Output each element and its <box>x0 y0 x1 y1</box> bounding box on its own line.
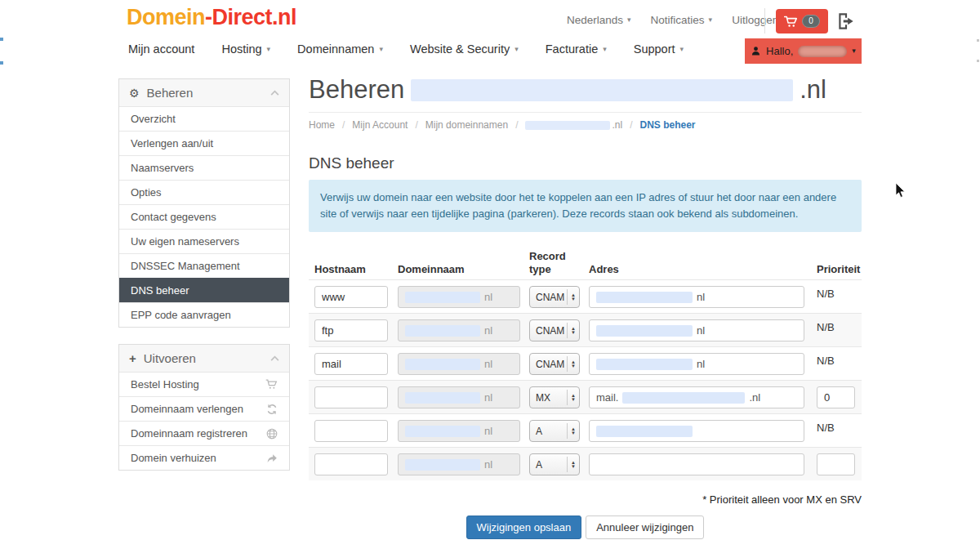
breadcrumb-home[interactable]: Home <box>309 119 335 131</box>
nav-hosting[interactable]: Hosting ▾ <box>221 42 270 56</box>
user-menu-button[interactable]: Hallo, ▾ <box>745 38 862 64</box>
sidebar-item-domeinnaam-registreren[interactable]: Domeinnaam registreren <box>119 421 289 445</box>
hostnaam-input[interactable] <box>314 453 388 475</box>
prioriteit-value: N/B <box>817 422 835 434</box>
col-header-hostnaam: Hostnaam <box>314 263 388 275</box>
caret-down-icon: ▾ <box>709 16 713 24</box>
nav-facturatie[interactable]: Facturatie ▾ <box>546 42 607 56</box>
breadcrumb-domain[interactable]: .nl <box>525 119 622 131</box>
cancel-button[interactable]: Annuleer wijzigingen <box>586 516 704 539</box>
sidebar-item-epp-code[interactable]: EPP code aanvragen <box>119 302 289 327</box>
hostnaam-input[interactable] <box>314 420 388 442</box>
adres-redacted <box>596 426 693 437</box>
brand-logo[interactable]: Domein-Direct.nl <box>127 5 296 30</box>
nav-label: Hosting <box>221 42 261 56</box>
prioriteit-value: N/B <box>817 288 835 300</box>
breadcrumb-mijn-account[interactable]: Mijn Account <box>352 119 408 131</box>
domeinnaam-field: nl <box>398 319 520 341</box>
caret-down-icon: ▾ <box>680 46 684 53</box>
username-redacted <box>798 46 847 57</box>
chevron-up-icon <box>270 355 279 361</box>
globe-icon <box>266 428 278 440</box>
nav-website-security[interactable]: Website & Security ▾ <box>410 42 519 56</box>
domain-redacted <box>405 426 480 437</box>
adres-input[interactable]: nl <box>589 353 804 375</box>
record-type-select[interactable]: A▲▼ <box>529 420 580 442</box>
prioriteit-input[interactable] <box>817 386 855 408</box>
adres-input[interactable]: nl <box>589 319 804 341</box>
sidebar-item-dnssec[interactable]: DNSSEC Management <box>119 253 289 278</box>
domeinnaam-field: nl <box>398 353 520 375</box>
sidebar-item-domeinnaam-verlengen[interactable]: Domeinnaam verlengen <box>119 396 289 421</box>
hostnaam-input[interactable] <box>314 286 388 308</box>
domain-redacted <box>405 325 480 337</box>
logout-link[interactable]: Uitloggen <box>732 14 778 26</box>
topbar-divider <box>764 8 765 33</box>
topbar-links: Nederlands ▾ Notificaties ▾ Uitloggen <box>567 14 778 26</box>
sidebar-item-bestel-hosting[interactable]: Bestel Hosting <box>119 372 289 396</box>
table-row: nl CNAM▲▼ nl N/B <box>309 313 862 346</box>
prioriteit-input[interactable] <box>817 453 855 475</box>
logout-icon[interactable] <box>835 11 857 32</box>
record-type-select[interactable]: CNAM▲▼ <box>529 353 580 375</box>
plus-icon: + <box>129 351 136 365</box>
sidebar-item-overzicht[interactable]: Overzicht <box>119 106 289 131</box>
cart-count-badge: 0 <box>802 15 820 28</box>
adres-input[interactable] <box>589 420 804 442</box>
caret-down-icon: ▾ <box>603 46 607 53</box>
language-selector[interactable]: Nederlands ▾ <box>567 14 631 26</box>
prioriteit-value: N/B <box>817 355 835 367</box>
caret-down-icon: ▾ <box>627 16 631 24</box>
select-stepper-icon: ▲▼ <box>567 323 576 338</box>
page-title-prefix: Beheren <box>309 75 404 105</box>
sidebar: ⚙ Beheren Overzicht Verlengen aan/uit Na… <box>118 78 290 471</box>
hostnaam-input[interactable] <box>314 386 388 408</box>
domeinnaam-field: nl <box>398 286 520 308</box>
prioriteit-value: N/B <box>817 321 835 333</box>
nav-support[interactable]: Support ▾ <box>634 42 684 56</box>
sidebar-item-verlengen[interactable]: Verlengen aan/uit <box>119 131 289 155</box>
record-type-select[interactable]: MX▲▼ <box>529 386 580 408</box>
breadcrumb: Home / Mijn Account / Mijn domeinnamen /… <box>309 119 862 131</box>
greeting-label: Hallo, <box>766 45 793 57</box>
sidebar-uitvoeren-header[interactable]: + Uitvoeren <box>119 345 289 372</box>
sidebar-item-contact-gegevens[interactable]: Contact gegevens <box>119 204 289 229</box>
hostnaam-input[interactable] <box>314 319 388 341</box>
table-row: nl CNAM▲▼ nl N/B <box>309 346 862 380</box>
nav-domeinnamen[interactable]: Domeinnamen ▾ <box>297 42 383 56</box>
col-header-domeinnaam: Domeinnaam <box>398 263 520 275</box>
adres-input[interactable] <box>589 453 804 475</box>
save-button[interactable]: Wijzigingen opslaan <box>466 516 582 539</box>
brand-logo-part1: Domein <box>127 5 205 29</box>
sidebar-item-naamservers[interactable]: Naamservers <box>119 155 289 180</box>
domain-redacted <box>405 292 480 303</box>
breadcrumb-mijn-domeinnamen[interactable]: Mijn domeinnamen <box>425 119 508 131</box>
caret-down-icon: ▾ <box>379 46 383 53</box>
sidebar-beheren-panel: ⚙ Beheren Overzicht Verlengen aan/uit Na… <box>118 78 290 328</box>
caret-down-icon: ▾ <box>267 46 271 53</box>
cart-icon <box>265 379 278 390</box>
sidebar-item-opties[interactable]: Opties <box>119 180 289 204</box>
form-actions: Wijzigingen opslaan Annuleer wijzigingen <box>309 516 862 539</box>
main-content: Beheren .nl Home / Mijn Account / Mijn d… <box>309 75 862 539</box>
adres-input[interactable]: mail..nl <box>589 386 804 408</box>
sidebar-beheren-header[interactable]: ⚙ Beheren <box>119 79 289 106</box>
sidebar-item-domein-verhuizen[interactable]: Domein verhuizen <box>119 445 289 470</box>
sidebar-beheren-title: Beheren <box>147 86 263 100</box>
record-type-select[interactable]: A▲▼ <box>529 453 580 475</box>
record-type-select[interactable]: CNAM▲▼ <box>529 286 580 308</box>
breadcrumb-dns-beheer: DNS beheer <box>640 119 696 131</box>
sidebar-uitvoeren-title: Uitvoeren <box>144 351 263 365</box>
record-type-select[interactable]: CNAM▲▼ <box>529 319 580 341</box>
logout-label: Uitloggen <box>732 14 778 26</box>
cart-button[interactable]: 0 <box>776 9 828 33</box>
hostnaam-input[interactable] <box>314 353 388 375</box>
notifications-menu[interactable]: Notificaties ▾ <box>651 14 713 26</box>
nav-mijn-account[interactable]: Mijn account <box>128 42 194 56</box>
sidebar-item-eigen-nameservers[interactable]: Uw eigen nameservers <box>119 229 289 253</box>
select-stepper-icon: ▲▼ <box>567 423 576 439</box>
table-row: nl MX▲▼ mail..nl <box>309 380 862 413</box>
adres-input[interactable]: nl <box>589 286 804 308</box>
table-header-row: Hostnaam Domeinnaam Record type Adres Pr… <box>309 245 862 279</box>
sidebar-item-dns-beheer[interactable]: DNS beheer <box>119 278 289 302</box>
